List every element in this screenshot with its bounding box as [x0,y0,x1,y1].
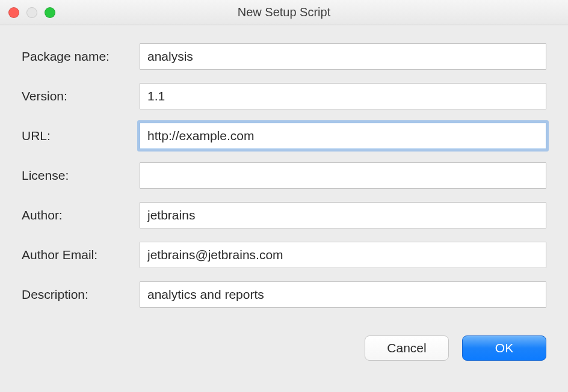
row-url: URL: [22,123,546,149]
author-input[interactable] [140,202,546,228]
version-input[interactable] [140,83,546,109]
package-name-input[interactable] [140,43,546,70]
row-author-email: Author Email: [22,242,546,268]
maximize-icon[interactable] [45,7,55,18]
titlebar: New Setup Script [0,0,568,25]
label-version: Version: [22,89,140,103]
row-author: Author: [22,202,546,228]
description-input[interactable] [140,281,546,308]
row-package-name: Package name: [22,43,546,70]
label-author-email: Author Email: [22,248,140,262]
label-package-name: Package name: [22,49,140,64]
row-license: License: [22,162,546,189]
row-description: Description: [22,281,546,308]
label-description: Description: [22,287,140,302]
author-email-input[interactable] [140,242,546,268]
window-title: New Setup Script [0,5,568,19]
label-url: URL: [22,129,140,143]
license-input[interactable] [140,162,546,189]
button-row: Cancel OK [0,321,568,361]
label-license: License: [22,168,140,183]
form-content: Package name: Version: URL: License: Aut… [0,25,568,308]
cancel-button[interactable]: Cancel [365,335,449,361]
minimize-icon [26,7,37,18]
url-input[interactable] [140,123,546,149]
ok-button[interactable]: OK [462,335,546,361]
close-icon[interactable] [8,7,19,18]
label-author: Author: [22,208,140,222]
traffic-lights [8,7,55,18]
row-version: Version: [22,83,546,109]
